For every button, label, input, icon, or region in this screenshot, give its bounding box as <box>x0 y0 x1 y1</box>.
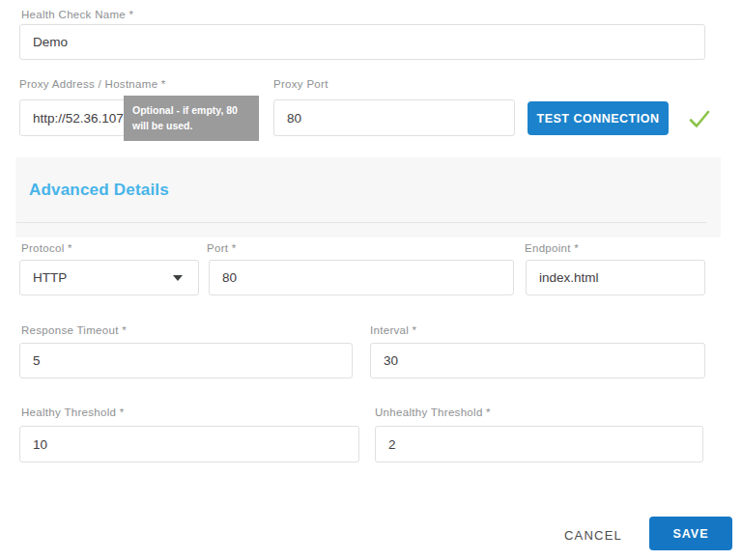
test-connection-button[interactable]: TEST CONNECTION <box>528 101 669 135</box>
unhealthy-threshold-input[interactable] <box>375 426 703 462</box>
proxy-address-label: Proxy Address / Hostname * <box>19 78 166 90</box>
port-input[interactable] <box>209 260 514 295</box>
unhealthy-threshold-label: Unhealthy Threshold * <box>375 406 491 418</box>
tooltip-text: Optional - if empty, 80 will be used. <box>132 104 238 131</box>
endpoint-input[interactable] <box>526 260 705 295</box>
health-check-name-label: Health Check Name * <box>21 9 133 20</box>
save-button[interactable]: SAVE <box>649 517 732 550</box>
protocol-label: Protocol * <box>21 242 72 254</box>
caret-down-icon <box>173 275 183 281</box>
advanced-details-heading: Advanced Details <box>29 181 169 200</box>
endpoint-label: Endpoint * <box>525 242 579 254</box>
healthy-threshold-input[interactable] <box>19 426 359 462</box>
interval-input[interactable] <box>370 343 705 378</box>
protocol-select[interactable]: HTTP <box>19 260 199 295</box>
section-divider <box>16 222 706 223</box>
proxy-port-label: Proxy Port <box>273 78 328 90</box>
check-icon <box>686 105 713 132</box>
cancel-button[interactable]: CANCEL <box>558 524 628 546</box>
proxy-port-input[interactable] <box>273 99 515 136</box>
proxy-port-tooltip: Optional - if empty, 80 will be used. <box>124 96 259 141</box>
healthy-threshold-label: Healthy Threshold * <box>21 406 125 418</box>
response-timeout-label: Response Timeout * <box>21 324 127 336</box>
port-label: Port * <box>207 242 237 254</box>
health-check-form: Health Check Name * Proxy Address / Host… <box>0 0 742 560</box>
response-timeout-input[interactable] <box>19 343 353 378</box>
protocol-selected-value: HTTP <box>33 270 67 285</box>
health-check-name-input[interactable] <box>19 24 705 60</box>
interval-label: Interval * <box>370 324 416 336</box>
advanced-details-panel: Advanced Details <box>15 157 721 238</box>
